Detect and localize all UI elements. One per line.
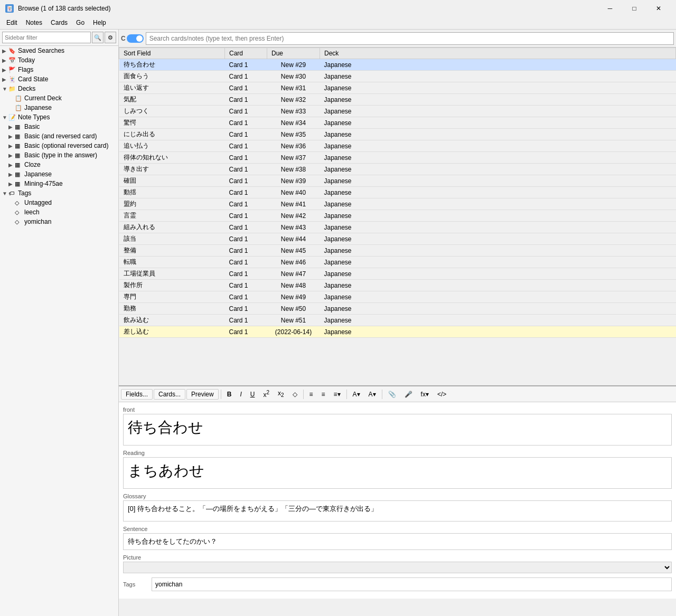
sidebar-item-cloze[interactable]: ▶▦Cloze [0,160,118,169]
sidebar-item-leech[interactable]: ◇leech [0,207,118,217]
sidebar-item-japanese[interactable]: ▶▦Japanese [0,169,118,179]
table-row[interactable]: 待ち合わせ Card 1 New #29 Japanese [119,59,676,71]
align-button[interactable]: ≡▾ [330,389,344,400]
cell-due: New #49 [267,291,320,303]
superscript-button[interactable]: x2 [259,388,273,400]
cell-card: Card 1 [225,164,267,175]
table-row[interactable]: 言霊 Card 1 New #42 Japanese [119,210,676,222]
sidebar-item-japanese[interactable]: 📋Japanese [0,103,118,112]
search-toggle-switch[interactable] [127,34,144,43]
field-tags-input[interactable] [152,577,672,591]
window-title: Browse (1 of 138 cards selected) [18,5,110,12]
field-glossary-content[interactable]: [0] 待ち合わせること。「—の場所をまちがえる」「三分の—で東京行きが出る」 [123,500,672,522]
sidebar-search-button[interactable]: 🔍 [92,32,104,43]
cell-due: New #34 [267,117,320,129]
field-front-content[interactable]: 待ち合わせ [123,414,672,446]
table-row[interactable]: 製作所 Card 1 New #48 Japanese [119,280,676,291]
table-row[interactable]: 追い払う Card 1 New #36 Japanese [119,140,676,152]
cell-card: Card 1 [225,94,267,106]
html-button[interactable]: </> [434,389,450,400]
table-row[interactable]: 整備 Card 1 New #45 Japanese [119,245,676,257]
col-deck[interactable]: Deck [320,48,676,59]
ordered-list-button[interactable]: ≡ [318,389,329,400]
sidebar-item-basic-type-in-the-answer[interactable]: ▶▦Basic (type in the answer) [0,150,118,160]
sidebar-item-yomichan[interactable]: ◇yomichan [0,217,118,226]
table-row[interactable]: 該当 Card 1 New #44 Japanese [119,233,676,245]
table-row[interactable]: 確固 Card 1 New #39 Japanese [119,175,676,187]
menu-notes[interactable]: Notes [22,18,46,28]
search-input[interactable] [146,32,674,45]
table-row[interactable]: 得体の知れない Card 1 New #37 Japanese [119,152,676,164]
sidebar-item-untagged[interactable]: ◇Untagged [0,198,118,207]
table-row[interactable]: 差し込む Card 1 (2022-06-14) Japanese [119,326,676,338]
subscript-button[interactable]: x2 [274,388,288,400]
table-row[interactable]: 驚愕 Card 1 New #34 Japanese [119,117,676,129]
col-due[interactable]: Due [267,48,320,59]
sidebar-item-flags[interactable]: ▶🚩Flags [0,65,118,74]
sidebar-item-basic[interactable]: ▶▦Basic [0,122,118,131]
cell-due: New #44 [267,233,320,245]
tree-item-label: Japanese [24,170,52,178]
record-button[interactable]: 🎤 [401,389,416,400]
field-picture-select[interactable] [123,562,672,573]
col-card[interactable]: Card [225,48,267,59]
cell-card: Card 1 [225,257,267,268]
attach-button[interactable]: 📎 [384,389,400,400]
tree-item-icon: ▦ [15,143,23,149]
menu-go[interactable]: Go [72,18,89,28]
table-row[interactable]: しみつく Card 1 New #33 Japanese [119,106,676,117]
table-row[interactable]: にじみ出る Card 1 New #35 Japanese [119,129,676,140]
table-row[interactable]: 面食らう Card 1 New #30 Japanese [119,71,676,82]
sidebar-item-saved-searches[interactable]: ▶🔖Saved Searches [0,46,118,55]
table-row[interactable]: 導き出す Card 1 New #38 Japanese [119,164,676,175]
cell-card: Card 1 [225,303,267,315]
table-row[interactable]: 飲み込む Card 1 New #51 Japanese [119,315,676,326]
table-row[interactable]: 組み入れる Card 1 New #43 Japanese [119,222,676,233]
sidebar-item-note-types[interactable]: ▼📝Note Types [0,112,118,122]
menu-cards[interactable]: Cards [46,18,72,28]
minimize-button[interactable]: ─ [598,0,622,17]
maximize-button[interactable]: □ [622,0,646,17]
font-color-button[interactable]: A▾ [349,389,364,400]
cell-deck: Japanese [320,82,676,94]
sidebar-item-mining-475ae[interactable]: ▶▦Mining-475ae [0,179,118,188]
sidebar-item-tags[interactable]: ▼🏷Tags [0,188,118,198]
preview-button[interactable]: Preview [186,389,219,400]
sidebar-filter-input[interactable] [2,32,91,43]
field-sentence-content[interactable]: 待ち合わせをしてたのかい？ [123,533,672,550]
table-row[interactable]: 気配 Card 1 New #32 Japanese [119,94,676,106]
tree-item-label: Basic (type in the answer) [24,151,97,159]
sidebar-item-today[interactable]: ▶📅Today [0,55,118,65]
eraser-button[interactable]: ◇ [289,389,301,400]
menu-help[interactable]: Help [89,18,110,28]
col-sort-field[interactable]: Sort Field [119,48,225,59]
fields-button[interactable]: Fields... [121,389,153,400]
sidebar-options-button[interactable]: ⚙ [105,32,116,43]
bold-button[interactable]: B [223,389,236,400]
highlight-button[interactable]: A▾ [365,389,380,400]
field-reading-content[interactable]: まちあわせ [123,457,672,489]
menu-edit[interactable]: Edit [2,18,22,28]
sidebar-item-basic-optional-reversed-card[interactable]: ▶▦Basic (optional reversed card) [0,141,118,150]
sidebar-item-card-state[interactable]: ▶🃏Card State [0,74,118,84]
table-row[interactable]: 勤務 Card 1 New #50 Japanese [119,303,676,315]
table-row[interactable]: 工場従業員 Card 1 New #47 Japanese [119,268,676,280]
sidebar-item-decks[interactable]: ▼📁Decks [0,84,118,93]
tree-expand-icon: ▼ [2,86,8,92]
tree-expand-icon: ▼ [2,115,8,120]
sidebar-item-basic-and-reversed-card[interactable]: ▶▦Basic (and reversed card) [0,131,118,141]
italic-button[interactable]: I [236,389,245,400]
table-row[interactable]: 専門 Card 1 New #49 Japanese [119,291,676,303]
table-row[interactable]: 盟約 Card 1 New #41 Japanese [119,198,676,210]
unordered-list-button[interactable]: ≡ [306,389,317,400]
tree-item-icon: ▦ [15,171,23,178]
table-row[interactable]: 追い返す Card 1 New #31 Japanese [119,82,676,94]
math-button[interactable]: fx▾ [417,389,433,400]
close-button[interactable]: ✕ [646,0,671,17]
table-row[interactable]: 動揺 Card 1 New #40 Japanese [119,187,676,198]
sidebar-item-current-deck[interactable]: 📋Current Deck [0,93,118,103]
cell-sort-field: 組み入れる [119,222,225,233]
table-row[interactable]: 転職 Card 1 New #46 Japanese [119,257,676,268]
underline-button[interactable]: U [247,389,259,400]
cards-button[interactable]: Cards... [154,389,185,400]
